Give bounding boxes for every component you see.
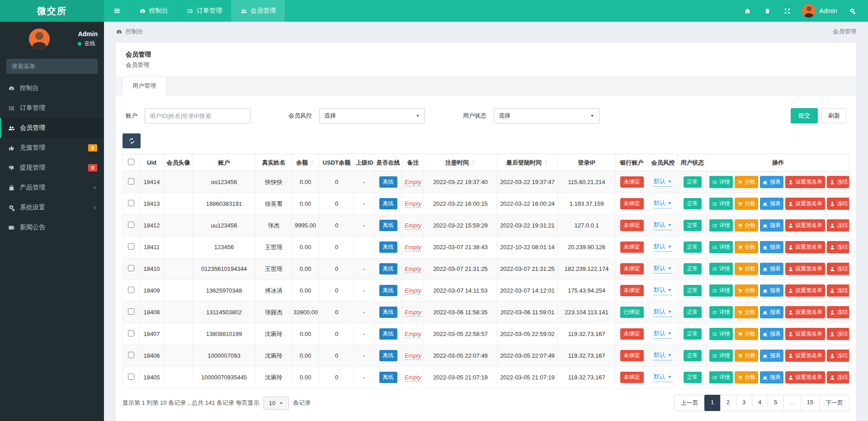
row-checkbox[interactable] <box>128 352 134 358</box>
freeze-button[interactable]: 冻结 <box>827 284 849 297</box>
risk-dropdown-link[interactable]: 默认 <box>654 221 672 230</box>
risk-dropdown-link[interactable]: 默认 <box>654 242 672 252</box>
sidebar-item-recharge[interactable]: 充值管理 0 <box>0 138 104 158</box>
status-select[interactable]: 选择 <box>494 108 599 123</box>
score-button[interactable]: 分数 <box>735 284 758 297</box>
row-checkbox[interactable] <box>128 243 134 250</box>
nav-item-members[interactable]: 会员管理 <box>231 0 285 22</box>
blacklist-button[interactable]: 设置黑名单 <box>785 328 825 340</box>
detail-button[interactable]: 详情 <box>709 263 733 275</box>
freeze-button[interactable]: 冻结 <box>827 241 849 253</box>
search-button[interactable] <box>97 59 98 74</box>
nav-item-orders[interactable]: 订单管理 <box>177 0 231 22</box>
score-button[interactable]: 分数 <box>735 328 758 340</box>
score-button[interactable]: 分数 <box>735 176 758 188</box>
score-button[interactable]: 分数 <box>735 371 758 383</box>
risk-dropdown-link[interactable]: 默认 <box>654 177 672 187</box>
report-button[interactable]: 报表 <box>760 284 783 297</box>
detail-button[interactable]: 详情 <box>709 306 733 318</box>
admin-menu[interactable]: Admin <box>797 4 842 18</box>
row-checkbox[interactable] <box>128 178 134 184</box>
blacklist-button[interactable]: 设置黑名单 <box>785 306 825 318</box>
report-button[interactable]: 报表 <box>760 219 783 232</box>
freeze-button[interactable]: 冻结 <box>827 176 849 188</box>
risk-dropdown-link[interactable]: 默认 <box>654 199 672 208</box>
remark-link[interactable]: Empty <box>405 352 421 360</box>
detail-button[interactable]: 详情 <box>709 350 733 362</box>
page-button-5[interactable]: 5 <box>768 395 784 411</box>
sort-last-login[interactable]: 最后登陆时间 <box>506 159 548 167</box>
page-button-2[interactable]: 2 <box>720 395 736 411</box>
sidebar-item-dashboard[interactable]: 控制台 <box>0 78 104 98</box>
sort-reg-time[interactable]: 注册时间 <box>445 159 476 167</box>
blacklist-button[interactable]: 设置黑名单 <box>785 350 825 362</box>
page-button-3[interactable]: 3 <box>736 395 752 411</box>
report-button[interactable]: 报表 <box>760 241 783 253</box>
freeze-button[interactable]: 冻结 <box>827 198 849 210</box>
freeze-button[interactable]: 冻结 <box>827 219 849 232</box>
blacklist-button[interactable]: 设置黑名单 <box>785 284 825 297</box>
row-checkbox[interactable] <box>128 265 134 271</box>
risk-select[interactable]: 选择 <box>319 108 425 123</box>
remark-link[interactable]: Empty <box>405 287 421 295</box>
row-checkbox[interactable] <box>128 222 134 228</box>
score-button[interactable]: 分数 <box>735 350 758 362</box>
breadcrumb-left[interactable]: 控制台 <box>126 28 143 36</box>
fullscreen-button[interactable] <box>778 0 797 22</box>
risk-dropdown-link[interactable]: 默认 <box>654 307 672 317</box>
submit-button[interactable]: 提交 <box>791 108 818 123</box>
blacklist-button[interactable]: 设置黑名单 <box>785 263 825 275</box>
blacklist-button[interactable]: 设置黑名单 <box>785 198 825 210</box>
remark-link[interactable]: Empty <box>405 331 421 338</box>
page-button-1[interactable]: 1 <box>704 395 721 411</box>
risk-dropdown-link[interactable]: 默认 <box>654 264 672 274</box>
app-logo[interactable]: 微交所 <box>0 0 104 22</box>
detail-button[interactable]: 详情 <box>709 176 733 188</box>
row-checkbox[interactable] <box>128 287 134 293</box>
page-size-select[interactable]: 10 <box>264 397 289 410</box>
detail-button[interactable]: 详情 <box>709 284 733 297</box>
detail-button[interactable]: 详情 <box>709 241 733 253</box>
report-button[interactable]: 报表 <box>760 328 783 340</box>
remark-link[interactable]: Empty <box>405 309 421 317</box>
sort-balance[interactable]: 余额 <box>296 159 315 167</box>
row-checkbox[interactable] <box>128 374 134 380</box>
settings-button[interactable] <box>843 0 862 22</box>
freeze-button[interactable]: 冻结 <box>827 328 849 340</box>
remark-link[interactable]: Empty <box>405 244 421 251</box>
account-search-input[interactable] <box>145 108 250 123</box>
row-checkbox[interactable] <box>128 330 134 336</box>
freeze-button[interactable]: 冻结 <box>827 371 849 383</box>
risk-dropdown-link[interactable]: 默认 <box>654 286 672 295</box>
freeze-button[interactable]: 冻结 <box>827 306 849 318</box>
blacklist-button[interactable]: 设置黑名单 <box>785 241 825 253</box>
home-button[interactable] <box>738 0 757 22</box>
sidebar-item-members[interactable]: 会员管理 <box>0 118 104 138</box>
freeze-button[interactable]: 冻结 <box>827 263 849 275</box>
reload-table-button[interactable] <box>123 133 141 148</box>
score-button[interactable]: 分数 <box>735 241 758 253</box>
risk-dropdown-link[interactable]: 默认 <box>654 373 672 382</box>
report-button[interactable]: 报表 <box>760 306 783 318</box>
detail-button[interactable]: 详情 <box>709 198 733 210</box>
remark-link[interactable]: Empty <box>405 374 421 382</box>
report-button[interactable]: 报表 <box>760 198 783 210</box>
prev-page-button[interactable]: 上一页 <box>675 395 705 411</box>
remark-link[interactable]: Empty <box>405 200 421 208</box>
report-button[interactable]: 报表 <box>760 371 783 383</box>
report-button[interactable]: 报表 <box>760 350 783 362</box>
sidebar-item-products[interactable]: 产品管理 <box>0 178 104 198</box>
row-checkbox[interactable] <box>128 308 134 315</box>
refresh-button[interactable]: 刷新 <box>822 108 846 123</box>
detail-button[interactable]: 详情 <box>709 328 733 340</box>
sidebar-item-orders[interactable]: 订单管理 <box>0 98 104 118</box>
score-button[interactable]: 分数 <box>735 219 758 232</box>
detail-button[interactable]: 详情 <box>709 219 733 232</box>
score-button[interactable]: 分数 <box>735 198 758 210</box>
freeze-button[interactable]: 冻结 <box>827 350 849 362</box>
report-button[interactable]: 报表 <box>760 176 783 188</box>
tab-user-management[interactable]: 用户管理 <box>122 76 166 95</box>
next-page-button[interactable]: 下一页 <box>819 395 849 411</box>
page-button-4[interactable]: 4 <box>752 395 768 411</box>
menu-search-input[interactable] <box>6 59 97 74</box>
